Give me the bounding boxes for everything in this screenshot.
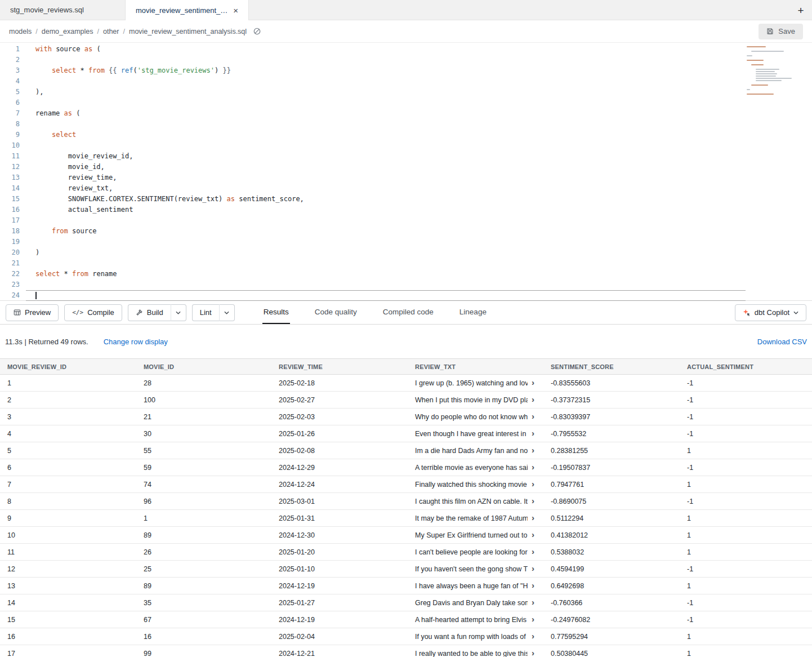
results-row: 21002025-02-27When I put this movie in m… xyxy=(0,392,812,409)
download-csv-link[interactable]: Download CSV xyxy=(757,338,807,346)
line-number: 9 xyxy=(0,130,20,140)
cell-review_time: 2024-12-29 xyxy=(271,459,408,476)
build-label: Build xyxy=(147,308,163,317)
tab-code-quality[interactable]: Code quality xyxy=(314,301,358,324)
code-line xyxy=(26,140,746,151)
lint-button[interactable]: Lint xyxy=(192,304,220,321)
line-number: 4 xyxy=(0,76,20,87)
expand-review-icon[interactable]: › xyxy=(532,547,534,556)
cell-movie_review_id: 7 xyxy=(0,476,136,493)
results-row: 6592024-12-29A terrible movie as everyon… xyxy=(0,459,812,476)
line-number: 2 xyxy=(0,55,20,65)
expand-review-icon[interactable]: › xyxy=(532,462,534,472)
cell-movie_review_id: 15 xyxy=(0,611,136,628)
cell-movie_id: 16 xyxy=(136,628,271,645)
review-text: A terrible movie as everyone has said. … xyxy=(415,464,528,472)
breadcrumb-other[interactable]: other xyxy=(103,28,119,35)
cell-review_time: 2024-12-21 xyxy=(271,645,408,657)
tab-compiled-code[interactable]: Compiled code xyxy=(382,301,435,324)
cell-review_time: 2025-02-08 xyxy=(271,442,408,459)
tab-stg-movie-reviews[interactable]: stg_movie_reviews.sql xyxy=(0,0,125,20)
minimap[interactable] xyxy=(747,46,806,95)
expand-review-icon[interactable]: › xyxy=(532,530,534,539)
expand-review-icon[interactable]: › xyxy=(532,378,534,387)
expand-review-icon[interactable]: › xyxy=(532,614,534,624)
expand-review-icon[interactable]: › xyxy=(532,428,534,438)
results-row: 11262025-01-20I can't believe people are… xyxy=(0,544,812,561)
results-row: 13892024-12-19I have always been a huge … xyxy=(0,578,812,594)
cell-movie_review_id: 9 xyxy=(0,510,136,527)
line-number: 10 xyxy=(0,140,20,151)
expand-review-icon[interactable]: › xyxy=(532,411,534,421)
review-text: My Super Ex Girlfriend turned out to b… xyxy=(415,531,528,539)
review-text: I caught this film on AZN on cable. It s… xyxy=(415,498,528,505)
expand-review-icon[interactable]: › xyxy=(532,631,534,641)
cell-review_time: 2024-12-30 xyxy=(271,527,408,544)
line-number: 22 xyxy=(0,269,20,279)
cell-sentiment_score: 0.4594199 xyxy=(543,561,680,578)
lint-dropdown-chevron-icon[interactable] xyxy=(220,304,235,321)
breadcrumb-demo-examples[interactable]: demo_examples xyxy=(42,28,93,35)
editor-code[interactable]: with source as ( select * from {{ ref('s… xyxy=(26,43,746,300)
expand-review-icon[interactable]: › xyxy=(532,513,534,522)
tab-results[interactable]: Results xyxy=(262,301,290,324)
expand-review-icon[interactable]: › xyxy=(532,648,534,657)
cell-actual_sentiment: -1 xyxy=(680,611,812,628)
code-line: select * from rename xyxy=(26,269,746,279)
code-line: select xyxy=(26,130,746,140)
expand-review-icon[interactable]: › xyxy=(532,479,534,489)
cell-review_txt: Greg Davis and Bryan Daly take some …› xyxy=(408,594,543,611)
cell-actual_sentiment: 1 xyxy=(680,442,812,459)
dbt-copilot-button[interactable]: dbt Copilot xyxy=(735,304,806,321)
cell-review_time: 2024-12-19 xyxy=(271,578,408,594)
cell-movie_review_id: 3 xyxy=(0,409,136,425)
file-state-icon[interactable] xyxy=(253,27,261,35)
code-editor[interactable]: 123456789101112131415161718192021222324 … xyxy=(0,43,812,301)
save-button[interactable]: Save xyxy=(759,24,803,39)
cell-movie_review_id: 17 xyxy=(0,645,136,657)
cell-sentiment_score: 0.7947761 xyxy=(543,476,680,493)
cell-review_txt: My Super Ex Girlfriend turned out to b…› xyxy=(408,527,543,544)
line-number: 17 xyxy=(0,215,20,226)
cell-review_txt: Even though I have great interest in Bi…… xyxy=(408,425,543,442)
preview-button[interactable]: Preview xyxy=(6,304,59,321)
expand-review-icon[interactable]: › xyxy=(532,394,534,404)
review-text: Im a die hard Dads Army fan and nothi… xyxy=(415,447,528,455)
cell-actual_sentiment: -1 xyxy=(680,425,812,442)
expand-review-icon[interactable]: › xyxy=(532,445,534,455)
expand-review-icon[interactable]: › xyxy=(532,563,534,573)
cell-movie_review_id: 12 xyxy=(0,561,136,578)
build-button[interactable]: Build xyxy=(128,304,171,321)
compile-button[interactable]: </> Compile xyxy=(64,304,122,321)
close-tab-icon[interactable]: × xyxy=(233,6,238,15)
cell-movie_id: 100 xyxy=(136,392,271,409)
new-tab-button[interactable]: + xyxy=(794,4,807,17)
column-header-review_time: REVIEW_TIME xyxy=(271,359,408,375)
cell-review_time: 2025-02-27 xyxy=(271,392,408,409)
cell-review_time: 2025-02-03 xyxy=(271,409,408,425)
expand-review-icon[interactable]: › xyxy=(532,597,534,607)
code-line: movie_review_id, xyxy=(26,151,746,162)
tab-lineage[interactable]: Lineage xyxy=(458,301,488,324)
change-row-display-link[interactable]: Change row display xyxy=(104,338,168,346)
code-line xyxy=(26,76,746,87)
cell-actual_sentiment: -1 xyxy=(680,493,812,510)
results-row: 912025-01-31It may be the remake of 1987… xyxy=(0,510,812,527)
cell-sentiment_score: 0.41382012 xyxy=(543,527,680,544)
line-number: 19 xyxy=(0,237,20,247)
tab-movie-review-sentiment[interactable]: movie_review_sentiment_… × xyxy=(125,0,249,20)
breadcrumb-bar: models / demo_examples / other / movie_r… xyxy=(0,20,812,43)
cell-review_time: 2024-12-19 xyxy=(271,611,408,628)
lint-split-button: Lint xyxy=(192,304,235,321)
breadcrumb-models[interactable]: models xyxy=(9,28,32,35)
save-label: Save xyxy=(778,27,795,35)
expand-review-icon[interactable]: › xyxy=(532,580,534,590)
expand-review-icon[interactable]: › xyxy=(532,496,534,505)
cell-review_txt: A terrible movie as everyone has said. …… xyxy=(408,459,543,476)
cell-review_txt: Finally watched this shocking movie la…› xyxy=(408,476,543,493)
breadcrumb-separator: / xyxy=(35,28,37,35)
build-dropdown-chevron-icon[interactable] xyxy=(171,304,186,321)
review-text: Finally watched this shocking movie la… xyxy=(415,481,528,489)
cell-review_txt: I have always been a huge fan of "Hom…› xyxy=(408,578,543,594)
code-line xyxy=(26,215,746,226)
